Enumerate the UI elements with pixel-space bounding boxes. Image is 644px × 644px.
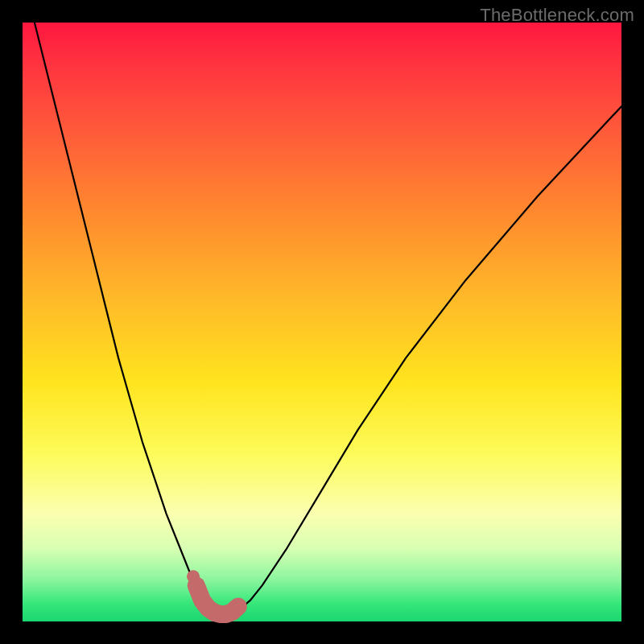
bottleneck-curve (35, 23, 621, 616)
marker-dot (187, 570, 200, 583)
thick-band (196, 585, 238, 614)
chart-svg (23, 23, 621, 621)
watermark-text: TheBottleneck.com (480, 5, 634, 26)
chart-plot-area (23, 23, 621, 621)
